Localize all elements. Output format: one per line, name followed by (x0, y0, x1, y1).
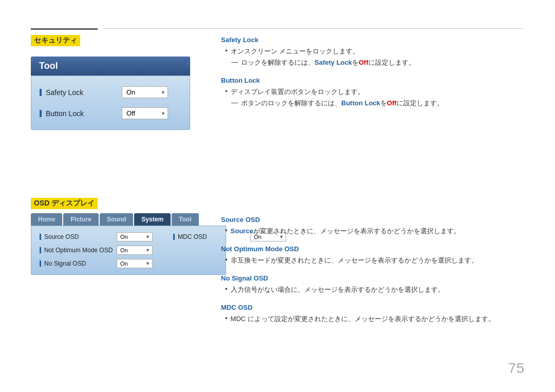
mdc-osd-desc-title: MDC OSD (221, 304, 524, 311)
button-lock-desc-title: Button Lock (221, 77, 524, 84)
source-osd-label: Source OSD (40, 233, 117, 240)
source-osd-bullet: Sourceが変更されたときに、メッセージを表示するかどうかを選択します。 (221, 227, 524, 236)
safety-lock-select[interactable]: On Off (122, 86, 168, 98)
safety-lock-desc: Safety Lock オンスクリーン メニューをロックします。 ロックを解除す… (221, 36, 524, 67)
safety-lock-desc-title: Safety Lock (221, 36, 524, 44)
mdc-osd-desc: MDC OSD MDC によって設定が変更されたときに、メッセージを表示するかど… (221, 304, 524, 324)
button-lock-desc: Button Lock ディスプレイ装置のボタンをロックします。 ボタンのロック… (221, 77, 524, 108)
page-number: 75 (508, 360, 524, 377)
no-signal-osd-desc: No Signal OSD 入力信号がない場合に、メッセージを表示するかどうかを… (221, 274, 524, 294)
source-osd-row: Source OSD On Off (40, 232, 153, 241)
tab-picture[interactable]: Picture (63, 213, 99, 226)
no-signal-osd-row: No Signal OSD On Off (40, 259, 153, 268)
security-description: Safety Lock オンスクリーン メニューをロックします。 ロックを解除す… (221, 36, 524, 117)
osd-nav-tabs: Home Picture Sound System Tool (31, 213, 226, 226)
button-lock-row: Button Lock Off On (40, 107, 181, 119)
not-optimum-osd-select[interactable]: On Off (117, 246, 153, 255)
osd-description: Source OSD Sourceが変更されたときに、メッセージを表示するかどう… (221, 216, 524, 333)
not-optimum-osd-label: Not Optimum Mode OSD (40, 247, 117, 254)
osd-left-rows: Source OSD On Off Not Optimum Mode OSD O… (40, 232, 153, 268)
not-optimum-osd-select-wrapper[interactable]: On Off (117, 246, 153, 255)
no-signal-osd-label: No Signal OSD (40, 260, 117, 267)
button-lock-bullet: ディスプレイ装置のボタンをロックします。 (221, 87, 524, 97)
tool-panel-body: Safety Lock On Off Button Lock Off On (31, 76, 190, 130)
tool-panel: Tool Safety Lock On Off Button Lock Off (31, 36, 190, 130)
top-full-line (103, 28, 524, 29)
safety-lock-bullet: オンスクリーン メニューをロックします。 (221, 47, 524, 56)
osd-panel: Home Picture Sound System Tool Source OS… (31, 208, 226, 275)
not-optimum-osd-desc: Not Optimum Mode OSD 非互換モードが変更されたときに、メッセ… (221, 245, 524, 265)
source-osd-desc: Source OSD Sourceが変更されたときに、メッセージを表示するかどう… (221, 216, 524, 236)
button-lock-sub: ボタンのロックを解除するには、Button LockをOffに設定します。 (221, 99, 524, 108)
safety-lock-sub: ロックを解除するには、Safety LockをOffに設定します。 (221, 58, 524, 67)
safety-lock-label: Safety Lock (40, 88, 122, 97)
tool-panel-title: Tool (31, 57, 190, 76)
no-signal-osd-desc-title: No Signal OSD (221, 274, 524, 282)
source-osd-select-wrapper[interactable]: On Off (117, 232, 153, 241)
tab-tool[interactable]: Tool (172, 213, 198, 226)
tool-panel-offset: Tool Safety Lock On Off Button Lock Off (31, 57, 190, 130)
osd-title: OSD ディスプレイ (31, 198, 98, 209)
mdc-osd-bullet: MDC によって設定が変更されたときに、メッセージを表示するかどうかを選択します… (221, 314, 524, 324)
no-signal-osd-select[interactable]: On Off (117, 259, 153, 268)
source-osd-select[interactable]: On Off (117, 232, 153, 241)
osd-body-inner: Source OSD On Off Not Optimum Mode OSD O… (40, 232, 217, 268)
top-accent-line (31, 28, 98, 30)
button-lock-select-wrapper[interactable]: Off On (122, 107, 168, 119)
tab-sound[interactable]: Sound (100, 213, 133, 226)
safety-lock-row: Safety Lock On Off (40, 86, 181, 98)
osd-title-wrapper: OSD ディスプレイ (31, 198, 98, 209)
no-signal-osd-bullet: 入力信号がない場合に、メッセージを表示するかどうかを選択します。 (221, 285, 524, 294)
tab-system[interactable]: System (134, 213, 171, 226)
button-lock-label: Button Lock (40, 109, 122, 118)
not-optimum-osd-desc-title: Not Optimum Mode OSD (221, 245, 524, 253)
no-signal-osd-select-wrapper[interactable]: On Off (117, 259, 153, 268)
osd-panel-body: Source OSD On Off Not Optimum Mode OSD O… (31, 226, 226, 275)
safety-lock-select-wrapper[interactable]: On Off (122, 86, 168, 98)
not-optimum-osd-row: Not Optimum Mode OSD On Off (40, 246, 153, 255)
source-osd-desc-title: Source OSD (221, 216, 524, 223)
tab-home[interactable]: Home (31, 213, 62, 226)
button-lock-select[interactable]: Off On (122, 107, 168, 119)
not-optimum-osd-bullet: 非互換モードが変更されたときに、メッセージを表示するかどうかを選択します。 (221, 256, 524, 265)
